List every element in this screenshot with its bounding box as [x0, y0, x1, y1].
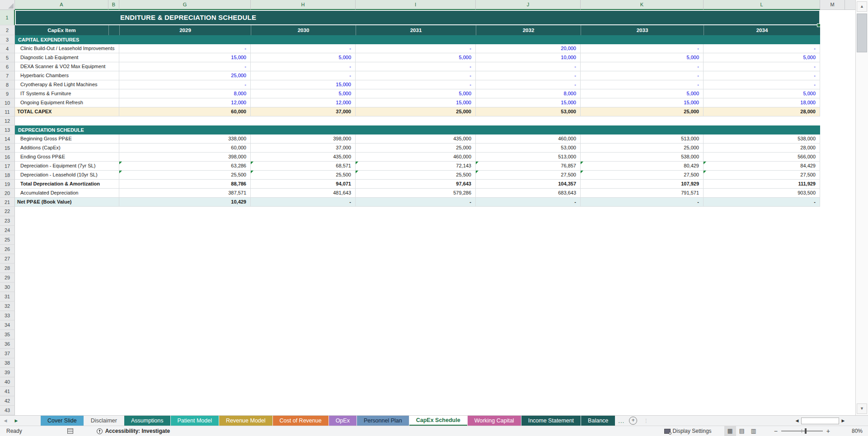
horizontal-scrollbar[interactable]: ◀ ▶ [794, 417, 846, 425]
zoom-level[interactable]: 80% [842, 428, 868, 434]
horizontal-scroll-thumb[interactable] [801, 417, 839, 424]
cell[interactable]: 538,000 [581, 153, 704, 162]
cell[interactable]: - [704, 62, 820, 71]
cell[interactable]: 111,929 [704, 180, 820, 189]
row-header-40[interactable]: 40 [0, 377, 15, 387]
cell[interactable]: 68,571 [251, 162, 356, 171]
year-header-2033[interactable]: 2033 [581, 25, 704, 35]
row-header-6[interactable]: 6 [0, 62, 15, 71]
row-header-29[interactable]: 29 [0, 273, 15, 283]
cell[interactable]: 791,571 [581, 189, 704, 198]
cell[interactable]: 460,000 [476, 135, 581, 144]
row-header-36[interactable]: 36 [0, 339, 15, 349]
cell[interactable]: 5,000 [251, 89, 356, 98]
cell[interactable]: 15,000 [476, 98, 581, 107]
year-header-2029[interactable]: 2029 [119, 25, 251, 35]
row-label[interactable]: Depreciation - Equipment (7yr SL) [15, 162, 119, 171]
cell[interactable]: - [119, 80, 251, 89]
cell[interactable]: - [251, 198, 356, 207]
row-label[interactable]: Ending Gross PP&E [15, 153, 119, 162]
row-label[interactable]: Beginning Gross PP&E [15, 135, 119, 144]
select-all-corner[interactable] [0, 0, 15, 10]
cell[interactable]: - [581, 198, 704, 207]
cell[interactable]: 10,000 [476, 53, 581, 62]
cell[interactable]: 25,000 [581, 144, 704, 153]
cell[interactable]: 60,000 [119, 107, 251, 116]
cell[interactable]: 15,000 [119, 53, 251, 62]
cell[interactable]: 460,000 [356, 153, 476, 162]
cell[interactable]: 513,000 [581, 135, 704, 144]
row-header-15[interactable]: 15 [0, 144, 15, 153]
cell[interactable]: - [251, 44, 356, 53]
column-header-H[interactable]: H [251, 0, 356, 10]
cell[interactable]: - [251, 62, 356, 71]
new-sheet-button[interactable]: + [629, 417, 637, 425]
vertical-scrollbar[interactable]: ▲ ▼ [855, 0, 868, 415]
cell[interactable]: 63,286 [119, 162, 251, 171]
cell[interactable]: 25,000 [119, 71, 251, 80]
cell[interactable]: - [581, 62, 704, 71]
cell[interactable]: 435,000 [251, 153, 356, 162]
cell[interactable]: 538,000 [704, 135, 820, 144]
column-header-L[interactable]: L [704, 0, 820, 10]
cell[interactable]: 37,000 [251, 107, 356, 116]
row-header-22[interactable]: 22 [0, 207, 15, 216]
column-header-I[interactable]: I [356, 0, 476, 10]
cell[interactable]: 88,786 [119, 180, 251, 189]
cell[interactable]: - [356, 198, 476, 207]
cell[interactable]: 5,000 [356, 53, 476, 62]
sheet-tab-personnel-plan[interactable]: Personnel Plan [357, 416, 409, 426]
row-header-31[interactable]: 31 [0, 292, 15, 301]
sheet-tab-working-capital[interactable]: Working Capital [468, 416, 521, 426]
row-header-4[interactable]: 4 [0, 44, 15, 53]
cell[interactable]: - [476, 62, 581, 71]
cell[interactable]: 683,643 [476, 189, 581, 198]
row-header-9[interactable]: 9 [0, 89, 15, 98]
cell[interactable]: 94,071 [251, 180, 356, 189]
year-header-2031[interactable]: 2031 [356, 25, 476, 35]
sheet-tab-balance[interactable]: Balance [581, 416, 615, 426]
page-break-view-icon[interactable]: ▥ [748, 426, 760, 436]
row-header-1[interactable]: 1 [0, 10, 15, 25]
cell[interactable]: 84,429 [704, 162, 820, 171]
column-header-M[interactable]: M [820, 0, 845, 10]
row-header-14[interactable]: 14 [0, 135, 15, 144]
row-label[interactable]: Hyperbaric Chambers [15, 71, 119, 80]
cell[interactable]: - [704, 44, 820, 53]
cell[interactable]: - [119, 44, 251, 53]
cell[interactable]: 25,500 [251, 171, 356, 180]
row-header-8[interactable]: 8 [0, 80, 15, 89]
sheet-tab-cost-of-revenue[interactable]: Cost of Revenue [273, 416, 328, 426]
row-header-42[interactable]: 42 [0, 396, 15, 406]
row-label[interactable]: Cryotherapy & Red Light Machines [15, 80, 119, 89]
cell[interactable]: 18,000 [704, 98, 820, 107]
cell[interactable]: 5,000 [704, 53, 820, 62]
row-header-39[interactable]: 39 [0, 368, 15, 377]
row-header-19[interactable]: 19 [0, 180, 15, 189]
cell[interactable]: 80,429 [581, 162, 704, 171]
cell[interactable]: 338,000 [119, 135, 251, 144]
cell[interactable]: 5,000 [581, 53, 704, 62]
display-settings-button[interactable]: Display Settings [673, 428, 712, 434]
cell[interactable]: 513,000 [476, 153, 581, 162]
row-header-18[interactable]: 18 [0, 171, 15, 180]
sheet-tab-income-statement[interactable]: Income Statement [521, 416, 581, 426]
row-label[interactable]: Total Depreciation & Amortization [15, 180, 119, 189]
cell[interactable]: 435,000 [356, 135, 476, 144]
normal-view-icon[interactable]: ▦ [724, 426, 736, 436]
row-header-25[interactable]: 25 [0, 235, 15, 245]
cell[interactable]: 107,929 [581, 180, 704, 189]
row-header-3[interactable]: 3 [0, 35, 15, 44]
cell[interactable]: 53,000 [476, 107, 581, 116]
row-header-34[interactable]: 34 [0, 320, 15, 330]
cell[interactable]: 12,000 [119, 98, 251, 107]
cell[interactable]: - [476, 198, 581, 207]
sheet-tab-patient-model[interactable]: Patient Model [171, 416, 219, 426]
cell[interactable]: 8,000 [119, 89, 251, 98]
cell[interactable]: 25,000 [356, 107, 476, 116]
scroll-up-button[interactable]: ▲ [857, 1, 867, 12]
cell[interactable]: 12,000 [251, 98, 356, 107]
row-header-20[interactable]: 20 [0, 189, 15, 198]
cell[interactable]: 903,500 [704, 189, 820, 198]
cell[interactable]: 481,643 [251, 189, 356, 198]
